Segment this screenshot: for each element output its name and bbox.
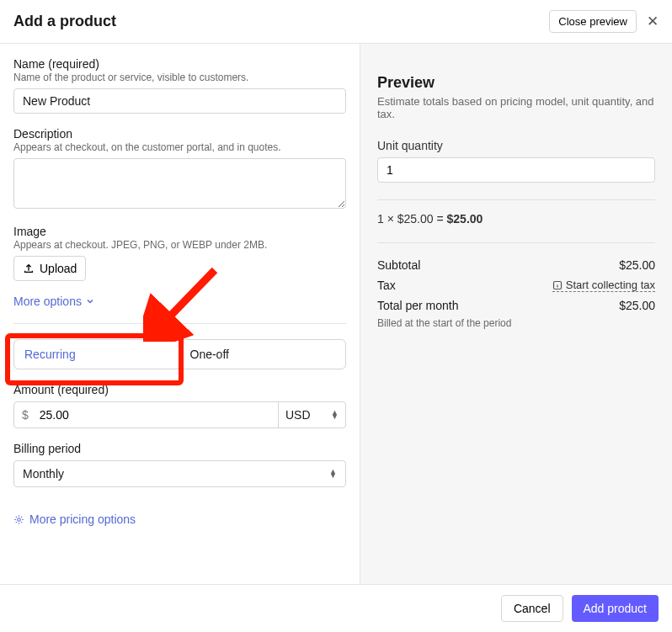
chevron-updown-icon: ▲▼ [329, 470, 337, 478]
gear-icon [13, 514, 24, 525]
amount-label: Amount (required) [13, 383, 346, 396]
preview-panel: Preview Estimate totals based on pricing… [360, 44, 672, 591]
preview-divider [377, 242, 655, 243]
total-row: Total per month $25.00 [377, 295, 655, 316]
image-hint: Appears at checkout. JPEG, PNG, or WEBP … [13, 239, 346, 251]
tax-link-label: Start collecting tax [566, 279, 655, 291]
more-pricing-options-link[interactable]: More pricing options [13, 513, 136, 526]
upload-icon [23, 263, 35, 274]
svg-point-0 [18, 518, 21, 521]
start-collecting-tax-link[interactable]: Start collecting tax [552, 279, 655, 292]
cancel-button[interactable]: Cancel [501, 595, 563, 622]
modal-footer: Cancel Add product [0, 584, 672, 632]
subtotal-row: Subtotal $25.00 [377, 255, 655, 275]
info-icon [552, 280, 563, 290]
tab-recurring[interactable]: Recurring [13, 339, 181, 369]
calc-expression: 1 × $25.00 = [377, 212, 447, 226]
more-options-label: More options [13, 295, 82, 308]
calculation-line: 1 × $25.00 = $25.00 [377, 212, 655, 226]
tab-one-off[interactable]: One-off [180, 340, 346, 369]
upload-label: Upload [40, 262, 77, 275]
more-pricing-label: More pricing options [29, 513, 136, 526]
chevron-down-icon [85, 296, 95, 306]
total-label: Total per month [377, 299, 459, 312]
currency-symbol: $ [14, 402, 36, 428]
section-divider [13, 323, 346, 324]
description-input[interactable] [13, 158, 346, 209]
preview-subtitle: Estimate totals based on pricing model, … [377, 95, 655, 120]
description-label: Description [13, 127, 346, 141]
unit-quantity-input[interactable] [377, 157, 655, 183]
subtotal-label: Subtotal [377, 258, 420, 272]
preview-title: Preview [377, 74, 655, 92]
close-icon[interactable]: ✕ [647, 13, 659, 30]
image-label: Image [13, 225, 346, 238]
add-product-button[interactable]: Add product [572, 595, 659, 622]
billed-note: Billed at the start of the period [377, 317, 655, 329]
tax-label: Tax [377, 279, 396, 292]
currency-select[interactable]: USD ▲▼ [278, 402, 345, 428]
billing-period-select[interactable]: Monthly ▲▼ [13, 460, 346, 487]
billing-period-value: Monthly [23, 467, 64, 481]
chevron-updown-icon: ▲▼ [331, 411, 339, 419]
preview-divider [377, 199, 655, 200]
amount-input-group: $ USD ▲▼ [13, 401, 346, 428]
total-value: $25.00 [619, 299, 655, 312]
currency-value: USD [285, 408, 311, 422]
page-title: Add a product [13, 13, 116, 30]
calc-result: $25.00 [447, 212, 483, 226]
more-options-link[interactable]: More options [13, 295, 95, 308]
subtotal-value: $25.00 [619, 258, 655, 272]
form-panel: Name (required) Name of the product or s… [0, 44, 360, 591]
close-preview-button[interactable]: Close preview [549, 10, 637, 33]
name-input[interactable] [13, 88, 346, 114]
unit-quantity-label: Unit quantity [377, 139, 655, 152]
billing-period-label: Billing period [13, 442, 346, 455]
amount-input[interactable] [36, 402, 278, 428]
tax-row: Tax Start collecting tax [377, 275, 655, 295]
name-label: Name (required) [13, 57, 346, 71]
pricing-type-toggle: Recurring One-off [13, 339, 346, 369]
modal-header: Add a product Close preview ✕ [0, 0, 672, 44]
upload-button[interactable]: Upload [13, 256, 86, 281]
name-hint: Name of the product or service, visible … [13, 72, 346, 83]
description-hint: Appears at checkout, on the customer por… [13, 141, 346, 153]
